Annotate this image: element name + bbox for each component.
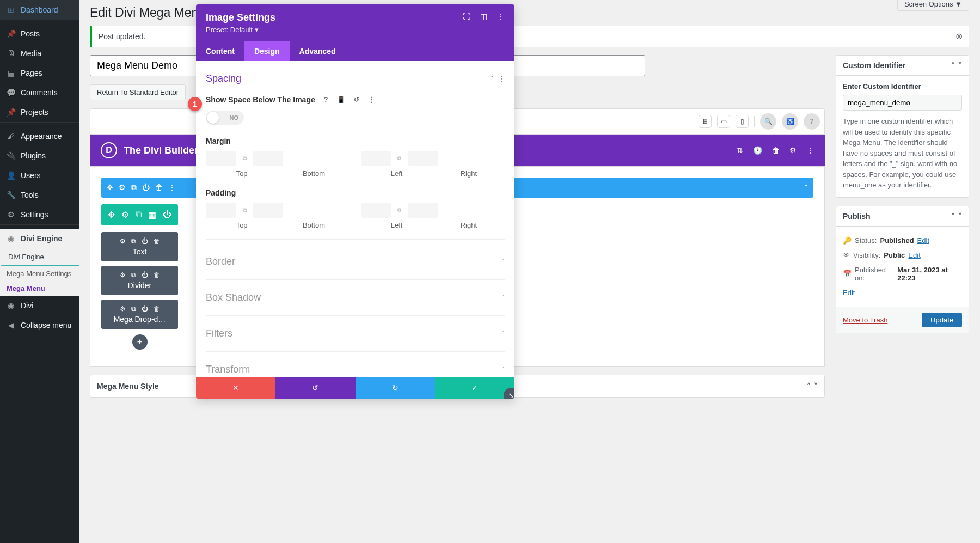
menu-pages[interactable]: ▤ Pages [0,63,79,83]
gear-icon[interactable]: ⚙ [789,146,797,155]
transform-panel[interactable]: Transform ˅ [206,352,505,377]
power-icon[interactable]: ⏻ [142,183,150,192]
columns-icon[interactable]: ▦ [148,210,156,220]
link-icon[interactable]: ⧉ [394,207,405,213]
menu-divi[interactable]: ◉ Divi [0,296,79,315]
border-panel[interactable]: Border ˅ [206,244,505,280]
trash-icon[interactable]: 🗑 [155,183,163,192]
filters-panel[interactable]: Filters ˅ [206,316,505,352]
mobile-view-icon[interactable]: ▯ [736,115,749,128]
zoom-icon[interactable]: 🔍 [760,113,776,130]
move-icon[interactable]: ✥ [107,183,113,192]
tab-advanced[interactable]: Advanced [290,41,346,61]
link-icon[interactable]: ⧉ [394,155,405,162]
duplicate-icon[interactable]: ⧉ [136,210,142,220]
power-icon[interactable]: ⏻ [163,210,171,220]
chevron-down-icon[interactable]: ˅ [814,382,818,391]
return-standard-editor-button[interactable]: Return To Standard Editor [90,84,186,100]
chevron-up-icon[interactable]: ˄ [807,382,811,391]
duplicate-icon[interactable]: ⧉ [131,271,136,279]
duplicate-icon[interactable]: ⧉ [131,237,136,245]
power-icon[interactable]: ⏻ [142,237,148,245]
padding-right-input[interactable] [408,203,438,218]
clock-icon[interactable]: 🕐 [753,146,762,155]
modal-header[interactable]: Image Settings Preset: Default ▾ ⛶ ◫ ⋮ [196,4,514,41]
margin-bottom-input[interactable] [253,151,283,166]
submenu-mega-menu[interactable]: Mega Menu [0,281,79,296]
menu-users[interactable]: 👤 Users [0,166,79,185]
reset-icon[interactable]: ↺ [351,94,362,105]
help-icon[interactable]: ? [321,94,332,105]
gear-icon[interactable]: ⚙ [120,237,126,245]
menu-media[interactable]: 🖻 Media [0,44,79,63]
show-space-toggle[interactable]: NO [206,111,244,125]
padding-top-input[interactable] [206,203,236,218]
screen-options-button[interactable]: Screen Options ▼ [897,0,969,11]
tab-design[interactable]: Design [244,41,290,61]
margin-right-input[interactable] [408,151,438,166]
power-icon[interactable]: ⏻ [142,271,148,279]
duplicate-icon[interactable]: ⧉ [131,183,137,192]
undo-button[interactable]: ↺ [275,377,355,399]
spacing-panel-header[interactable]: Spacing ˄ ⋮ [206,69,505,89]
menu-dashboard[interactable]: ⊞ Dashboard [0,0,79,20]
row-controls[interactable]: ✥ ⚙ ⧉ ▦ ⏻ [101,204,178,225]
snap-icon[interactable]: ◫ [480,12,487,21]
menu-tools[interactable]: 🔧 Tools [0,185,79,205]
margin-left-input[interactable] [361,151,391,166]
menu-appearance[interactable]: 🖌 Appearance [0,126,79,146]
menu-divi-engine[interactable]: ◉ Divi Engine [0,229,79,248]
chevron-up-icon[interactable]: ˄ [951,212,955,221]
tablet-view-icon[interactable]: ▭ [717,115,730,128]
expand-icon[interactable]: ⛶ [463,12,470,21]
menu-posts[interactable]: 📌 Posts [0,24,79,44]
box-shadow-panel[interactable]: Box Shadow ˅ [206,280,505,316]
link-icon[interactable]: ⧉ [239,155,250,162]
help-icon[interactable]: ? [804,113,820,130]
chevron-down-icon[interactable]: ˅ [958,61,962,70]
redo-button[interactable]: ↻ [356,377,435,399]
module-mega[interactable]: ⚙ ⧉ ⏻ 🗑 Mega Drop-d… [101,300,178,329]
sort-icon[interactable]: ⇅ [737,146,743,155]
padding-left-input[interactable] [361,203,391,218]
menu-plugins[interactable]: 🔌 Plugins [0,146,79,166]
power-icon[interactable]: ⏻ [142,305,148,313]
chevron-down-icon[interactable]: ˅ [958,212,962,221]
menu-settings[interactable]: ⚙ Settings [0,205,79,224]
margin-top-input[interactable] [206,151,236,166]
save-button[interactable]: ✓ [435,377,514,399]
mobile-icon[interactable]: 📱 [336,94,347,105]
submenu-divi-engine[interactable]: Divi Engine [0,248,79,266]
edit-visibility-link[interactable]: Edit [908,251,920,259]
move-icon[interactable]: ✥ [108,210,115,220]
gear-icon[interactable]: ⚙ [120,305,126,313]
identifier-input[interactable] [843,95,962,111]
collapse-icon[interactable]: ˄ [804,184,808,192]
a11y-icon[interactable]: ♿ [782,113,798,130]
more-icon[interactable]: ⋮ [498,75,505,83]
cancel-button[interactable]: ✕ [196,377,275,399]
padding-bottom-input[interactable] [253,203,283,218]
module-divider[interactable]: ⚙ ⧉ ⏻ 🗑 Divider [101,266,178,295]
chevron-up-icon[interactable]: ˄ [951,61,955,70]
more-icon[interactable]: ⋮ [497,12,505,21]
add-module-button[interactable]: + [132,334,148,350]
more-icon[interactable]: ⋮ [366,94,377,105]
menu-comments[interactable]: 💬 Comments [0,83,79,102]
notice-close-icon[interactable]: ⊗ [955,31,963,41]
move-to-trash-link[interactable]: Move to Trash [843,316,887,324]
more-icon[interactable]: ⋮ [168,183,176,192]
submenu-settings[interactable]: Mega Menu Settings [0,266,79,281]
tab-content[interactable]: Content [196,41,244,61]
more-icon[interactable]: ⋮ [806,146,814,155]
gear-icon[interactable]: ⚙ [121,210,129,220]
gear-icon[interactable]: ⚙ [119,183,126,192]
trash-icon[interactable]: 🗑 [154,271,160,279]
link-icon[interactable]: ⧉ [239,207,250,213]
trash-icon[interactable]: 🗑 [154,305,160,313]
module-text[interactable]: ⚙ ⧉ ⏻ 🗑 Text [101,232,178,261]
update-button[interactable]: Update [922,313,962,327]
gear-icon[interactable]: ⚙ [120,271,126,279]
trash-icon[interactable]: 🗑 [154,237,160,245]
menu-collapse[interactable]: ◀ Collapse menu [0,315,79,335]
